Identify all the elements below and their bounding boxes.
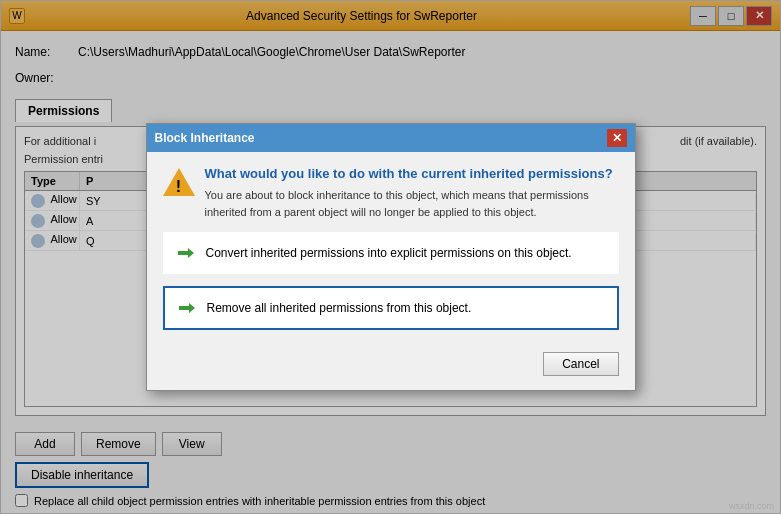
svg-marker-1 (179, 303, 195, 313)
option-convert-label: Convert inherited permissions into expli… (206, 246, 572, 260)
option-arrow-remove (177, 298, 197, 318)
option-remove-label: Remove all inherited permissions from th… (207, 301, 472, 315)
svg-marker-0 (178, 248, 194, 258)
modal-body: ! What would you like to do with the cur… (147, 152, 635, 344)
modal-title: Block Inheritance (155, 131, 255, 145)
modal-question-row: ! What would you like to do with the cur… (163, 166, 619, 220)
modal-question-title: What would you like to do with the curre… (205, 166, 619, 181)
warning-icon: ! (163, 166, 195, 198)
modal-close-button[interactable]: ✕ (607, 129, 627, 147)
option-remove[interactable]: Remove all inherited permissions from th… (163, 286, 619, 330)
modal-question-text: What would you like to do with the curre… (205, 166, 619, 220)
modal-overlay: Block Inheritance ✕ ! What would you lik… (1, 1, 780, 513)
block-inheritance-modal: Block Inheritance ✕ ! What would you lik… (146, 123, 636, 391)
modal-question-desc: You are about to block inheritance to th… (205, 187, 619, 220)
watermark: wsxdn.com (729, 501, 774, 511)
modal-footer: Cancel (147, 344, 635, 390)
main-window: W Advanced Security Settings for SwRepor… (0, 0, 781, 514)
modal-cancel-button[interactable]: Cancel (543, 352, 618, 376)
option-arrow-convert (176, 243, 196, 263)
modal-title-bar: Block Inheritance ✕ (147, 124, 635, 152)
option-convert[interactable]: Convert inherited permissions into expli… (163, 232, 619, 274)
